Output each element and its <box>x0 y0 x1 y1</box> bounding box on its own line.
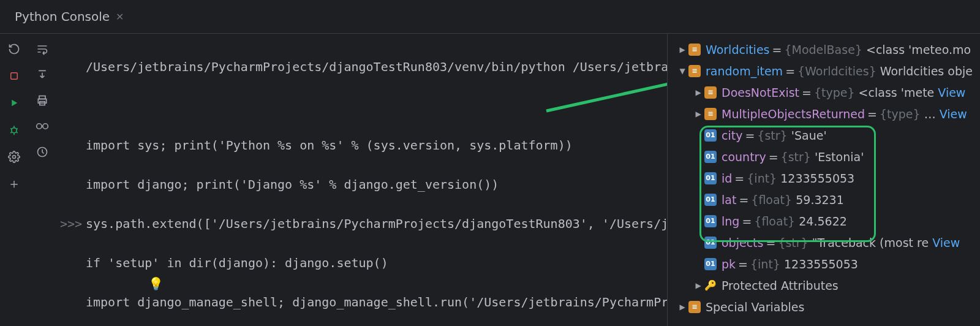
stop-icon[interactable] <box>7 69 21 83</box>
intention-bulb-icon[interactable]: 💡 <box>148 274 164 294</box>
var-row-multipleobjectsreturned[interactable]: ▶ ≡ MultipleObjectsReturned = {type} … V… <box>668 103 980 124</box>
python-console-panel: Python Console ✕ ＋ <box>0 0 980 326</box>
variables-panel: ▶ ≡ Worldcities = {ModelBase} <class 'me… <box>667 34 980 326</box>
view-link[interactable]: View <box>932 236 960 249</box>
var-row-random-item[interactable]: ▼ ≡ random_item = {Worldcities} Worldcit… <box>668 60 980 82</box>
var-row-country[interactable]: 01 country = {str} 'Estonia' <box>668 146 980 167</box>
tab-label: Python Console <box>15 9 110 24</box>
print-icon[interactable] <box>36 94 49 107</box>
var-row-special[interactable]: ▶ ≡ Special Variables <box>668 296 980 317</box>
var-row-worldcities[interactable]: ▶ ≡ Worldcities = {ModelBase} <class 'me… <box>668 39 980 60</box>
value-badge-icon: 01 <box>704 237 717 249</box>
run-icon[interactable] <box>7 96 21 110</box>
chevron-right-icon[interactable]: ▶ <box>692 110 704 118</box>
view-link[interactable]: View <box>938 86 965 99</box>
console-line: import django; print('Django %s' % djang… <box>86 175 499 194</box>
view-link[interactable]: View <box>940 107 967 121</box>
new-console-icon[interactable]: ＋ <box>7 177 21 191</box>
chevron-down-icon[interactable]: ▼ <box>676 67 688 75</box>
var-row-protected[interactable]: ▶ 🔑 Protected Attributes <box>668 275 980 296</box>
tab-bar: Python Console ✕ <box>0 0 980 34</box>
console-line: import django_manage_shell; django_manag… <box>86 292 667 312</box>
var-row-city[interactable]: 01 city = {str} 'Saue' <box>668 124 980 146</box>
svg-point-2 <box>13 156 16 159</box>
chevron-right-icon[interactable]: ▶ <box>692 281 704 290</box>
run-gutter: ＋ <box>0 34 28 326</box>
var-row-pk[interactable]: 01 pk = {int} 1233555053 <box>668 253 980 275</box>
value-badge-icon: 01 <box>704 215 717 227</box>
history-icon[interactable] <box>36 145 49 159</box>
console-line: /Users/jetbrains/PycharmProjects/djangoT… <box>86 57 667 77</box>
svg-point-1 <box>12 128 17 133</box>
panel-body: ＋ /Users/jetbrains/PycharmProjects/djang… <box>0 34 980 326</box>
var-row-id[interactable]: 01 id = {int} 1233555053 <box>668 167 980 189</box>
prompt-marker: >>> <box>58 214 86 233</box>
var-row-doesnotexist[interactable]: ▶ ≡ DoesNotExist = {type} <class 'mete V… <box>668 82 980 103</box>
var-row-lat[interactable]: 01 lat = {float} 59.3231 <box>668 189 980 210</box>
tab-python-console[interactable]: Python Console ✕ <box>6 4 132 29</box>
value-badge-icon: 01 <box>704 151 717 163</box>
console-line: sys.path.extend(['/Users/jetbrains/Pycha… <box>86 214 667 233</box>
chevron-right-icon[interactable]: ▶ <box>692 88 704 97</box>
rerun-icon[interactable] <box>7 42 21 56</box>
svg-point-6 <box>37 124 42 129</box>
value-badge-icon: 01 <box>704 172 717 184</box>
scroll-to-end-icon[interactable] <box>36 68 49 82</box>
show-variables-icon[interactable] <box>36 119 49 133</box>
console-line <box>86 96 93 116</box>
console-output[interactable]: /Users/jetbrains/PycharmProjects/djangoT… <box>56 34 667 326</box>
chevron-right-icon[interactable]: ▶ <box>676 45 688 54</box>
class-badge-icon: ≡ <box>704 108 717 120</box>
var-row-objects[interactable]: 01 objects = {str} "Traceback (most re V… <box>668 232 980 253</box>
value-badge-icon: 01 <box>704 258 717 270</box>
soft-wrap-icon[interactable] <box>36 42 49 56</box>
svg-point-7 <box>43 124 48 129</box>
svg-rect-0 <box>11 73 18 80</box>
settings-icon[interactable] <box>7 150 21 164</box>
debug-icon[interactable] <box>7 123 21 137</box>
class-badge-icon: ≡ <box>688 65 701 77</box>
class-badge-icon: ≡ <box>688 301 701 313</box>
class-badge-icon: ≡ <box>688 44 701 56</box>
var-row-lng[interactable]: 01 lng = {float} 24.5622 <box>668 210 980 232</box>
value-badge-icon: 01 <box>704 129 717 142</box>
console-line: import sys; print('Python %s on %s' % (s… <box>86 135 573 155</box>
class-badge-icon: ≡ <box>704 86 717 99</box>
chevron-right-icon[interactable]: ▶ <box>676 303 688 311</box>
value-badge-icon: 01 <box>704 194 717 206</box>
console-tools <box>28 34 56 326</box>
key-icon: 🔑 <box>704 279 717 291</box>
close-icon[interactable]: ✕ <box>116 11 124 23</box>
console-line: if 'setup' in dir(django): django.setup(… <box>86 253 388 273</box>
